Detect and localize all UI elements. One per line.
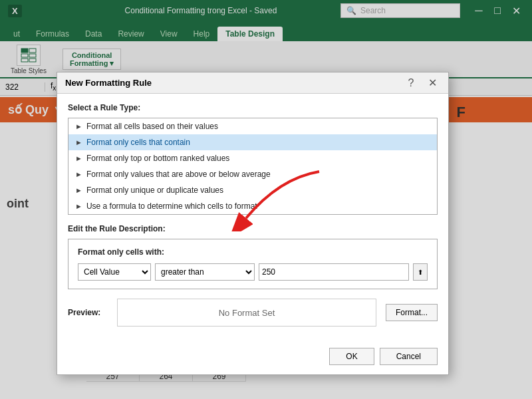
dialog-help-button[interactable]: ? [403,75,419,91]
rule-type-top-bottom[interactable]: ► Format only top or bottom ranked value… [68,150,437,166]
arrow-icon-1: ► [75,138,82,146]
arrow-icon-5: ► [75,202,82,210]
rule-type-list: ► Format all cells based on their values… [68,118,438,215]
operator-select[interactable]: greater than [155,263,255,281]
ok-button[interactable]: OK [329,348,374,365]
dialog-titlebar: New Formatting Rule ? ✕ [57,72,448,94]
format-cells-with-label: Format only cells with: [78,247,428,257]
arrow-icon-4: ► [75,186,82,194]
description-section-label: Edit the Rule Description: [68,224,438,233]
spin-up-button[interactable]: ⬆ [413,263,428,281]
rule-type-above-below-avg[interactable]: ► Format only values that are above or b… [68,166,437,182]
format-row: Cell Value greater than ⬆ [78,263,428,281]
preview-label: Preview: [68,308,108,317]
rule-type-label-2: Format only top or bottom ranked values [86,154,229,163]
cell-value-select[interactable]: Cell Value [78,263,151,281]
dialog-controls: ? ✕ [403,75,440,91]
format-label-text: Format only cells with: [78,247,164,257]
rule-type-label-5: Use a formula to determine which cells t… [86,201,257,211]
rule-type-all-cells[interactable]: ► Format all cells based on their values [68,118,437,134]
arrow-icon-2: ► [75,154,82,162]
cancel-button[interactable]: Cancel [380,348,438,365]
rule-type-section-label: Select a Rule Type: [68,103,438,112]
rule-type-label-3: Format only values that are above or bel… [86,170,271,179]
value-input[interactable] [259,263,409,281]
new-formatting-rule-dialog: New Formatting Rule ? ✕ Select a Rule Ty… [57,72,449,375]
rule-type-label-0: Format all cells based on their values [86,122,218,131]
rule-type-label-1: Format only cells that contain [86,138,190,147]
rule-type-unique-duplicate[interactable]: ► Format only unique or duplicate values [68,182,437,198]
preview-row: Preview: No Format Set Format... [68,299,438,327]
dialog-title: New Formatting Rule [65,78,403,88]
preview-box: No Format Set [117,299,376,327]
dialog-close-button[interactable]: ✕ [424,75,440,91]
rule-type-formula[interactable]: ► Use a formula to determine which cells… [68,198,437,214]
preview-text: No Format Set [219,308,275,318]
arrow-icon-0: ► [75,122,82,130]
dialog-footer: OK Cancel [57,342,448,374]
description-box: Format only cells with: Cell Value great… [68,239,438,289]
format-button[interactable]: Format... [386,304,438,321]
rule-type-cells-contain[interactable]: ► Format only cells that contain [68,134,437,150]
arrow-icon-3: ► [75,170,82,178]
rule-type-label-4: Format only unique or duplicate values [86,186,223,195]
dialog-body: Select a Rule Type: ► Format all cells b… [57,94,448,342]
